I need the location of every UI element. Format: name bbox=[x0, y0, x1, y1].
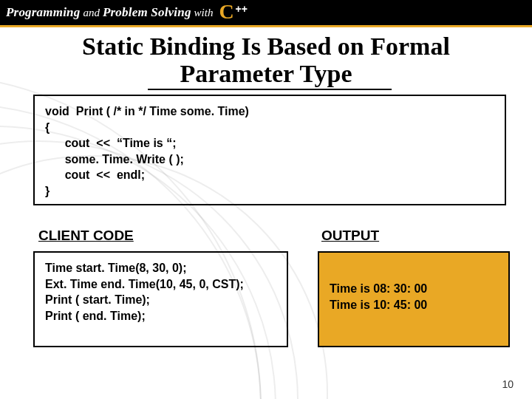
slide-title: Static Binding Is Based on Formal Parame… bbox=[0, 33, 532, 88]
brand-word-programming: Programming bbox=[6, 5, 80, 20]
slide-number: 10 bbox=[502, 378, 514, 390]
title-underline bbox=[148, 89, 392, 90]
cpp-logo: C ++ bbox=[219, 1, 251, 24]
title-line-2: Parameter Type bbox=[0, 60, 532, 87]
title-line-1: Static Binding Is Based on Formal bbox=[0, 33, 532, 60]
cpp-plusplus-glyph: ++ bbox=[235, 3, 247, 15]
client-code-box: Time start. Time(8, 30, 0); Ext. Time en… bbox=[33, 251, 288, 347]
cpp-c-glyph: C bbox=[219, 1, 233, 22]
brand-bar: Programming and Problem Solving with C +… bbox=[0, 0, 532, 25]
brand-word-problem-solving: Problem Solving bbox=[103, 5, 191, 20]
brand-word-with: with bbox=[194, 7, 214, 19]
client-code-heading: CLIENT CODE bbox=[38, 228, 134, 244]
brand-accent-stripe bbox=[0, 25, 532, 27]
output-box: Time is 08: 30: 00 Time is 10: 45: 00 bbox=[318, 251, 510, 347]
function-code-box: void Print ( /* in */ Time some. Time) {… bbox=[33, 95, 506, 205]
output-heading: OUTPUT bbox=[321, 228, 379, 244]
brand-word-and: and bbox=[83, 7, 100, 19]
